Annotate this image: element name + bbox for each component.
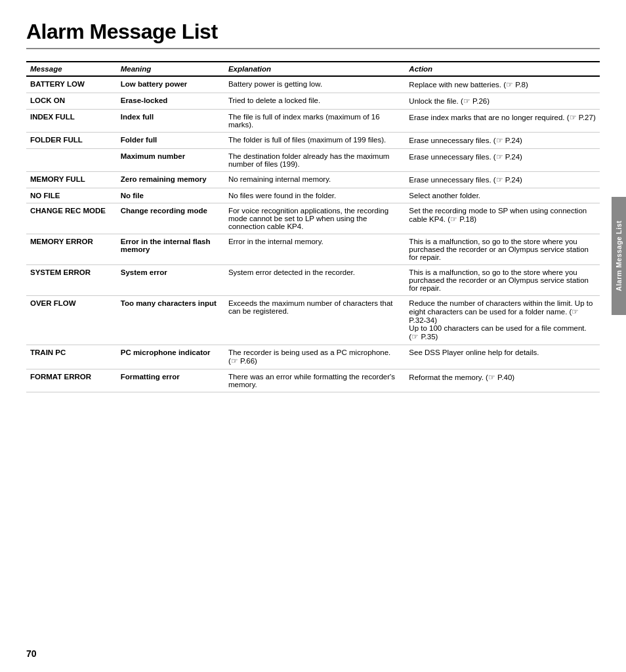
table-row: Maximum numberThe destination folder alr… (26, 149, 600, 172)
cell-message: INDEX FULL (26, 110, 117, 133)
cell-action: Select another folder. (405, 188, 600, 203)
cell-action: Set the recording mode to SP when using … (405, 203, 600, 234)
cell-explanation: The file is full of index marks (maximum… (224, 110, 405, 133)
alarm-message-table: Message Meaning Explanation Action BATTE… (26, 61, 600, 392)
cell-meaning: Low battery power (117, 76, 224, 93)
cell-meaning: PC microphone indicator (117, 345, 224, 369)
cell-explanation: For voice recognition applications, the … (224, 203, 405, 234)
cell-explanation: Battery power is getting low. (224, 76, 405, 93)
cell-meaning: Zero remaining memory (117, 172, 224, 188)
cell-message: NO FILE (26, 188, 117, 203)
cell-message: FORMAT ERROR (26, 369, 117, 392)
cell-explanation: No files were found in the folder. (224, 188, 405, 203)
cell-explanation: Exceeds the maximum number of characters… (224, 296, 405, 345)
cell-meaning: Error in the internal flash memory (117, 234, 224, 265)
cell-meaning: Index full (117, 110, 224, 133)
cell-message: MEMORY FULL (26, 172, 117, 188)
cell-explanation: There was an error while formatting the … (224, 369, 405, 392)
header-explanation: Explanation (224, 62, 405, 76)
cell-action: This is a malfunction, so go to the stor… (405, 265, 600, 296)
table-row: LOCK ONErase-lockedTried to delete a loc… (26, 93, 600, 110)
cell-message: MEMORY ERROR (26, 234, 117, 265)
cell-action: Erase unnecessary files. (☞ P.24) (405, 149, 600, 172)
cell-message: FOLDER FULL (26, 133, 117, 149)
table-row: NO FILENo fileNo files were found in the… (26, 188, 600, 203)
table-row: FORMAT ERRORFormatting errorThere was an… (26, 369, 600, 392)
table-row: FOLDER FULLFolder fullThe folder is full… (26, 133, 600, 149)
table-row: MEMORY ERRORError in the internal flash … (26, 234, 600, 265)
cell-meaning: No file (117, 188, 224, 203)
cell-action: Erase index marks that are no longer req… (405, 110, 600, 133)
cell-action: This is a malfunction, so go to the stor… (405, 234, 600, 265)
table-row: TRAIN PCPC microphone indicatorThe recor… (26, 345, 600, 369)
cell-explanation: Tried to delete a locked file. (224, 93, 405, 110)
cell-explanation: Error in the internal memory. (224, 234, 405, 265)
table-row: MEMORY FULLZero remaining memoryNo remai… (26, 172, 600, 188)
cell-message: TRAIN PC (26, 345, 117, 369)
cell-message: CHANGE REC MODE (26, 203, 117, 234)
cell-message: BATTERY LOW (26, 76, 117, 93)
table-row: OVER FLOWToo many characters inputExceed… (26, 296, 600, 345)
page-number: 70 (26, 648, 37, 659)
cell-action: See DSS Player online help for details. (405, 345, 600, 369)
cell-meaning: Erase-locked (117, 93, 224, 110)
cell-explanation: The recorder is being used as a PC micro… (224, 345, 405, 369)
sidebar-label-text: Alarm Message List (615, 220, 623, 291)
cell-action: Unlock the file. (☞ P.26) (405, 93, 600, 110)
table-row: SYSTEM ERRORSystem errorSystem error det… (26, 265, 600, 296)
cell-action: Reformat the memory. (☞ P.40) (405, 369, 600, 392)
table-row: BATTERY LOWLow battery powerBattery powe… (26, 76, 600, 93)
page-title: Alarm Message List (26, 20, 600, 44)
cell-meaning: Change recording mode (117, 203, 224, 234)
cell-meaning: Folder full (117, 133, 224, 149)
table-row: INDEX FULLIndex fullThe file is full of … (26, 110, 600, 133)
cell-message (26, 149, 117, 172)
cell-explanation: The destination folder already has the m… (224, 149, 405, 172)
cell-meaning: Maximum number (117, 149, 224, 172)
cell-meaning: Too many characters input (117, 296, 224, 345)
cell-action: Replace with new batteries. (☞ P.8) (405, 76, 600, 93)
cell-explanation: No remaining internal memory. (224, 172, 405, 188)
cell-action: Erase unnecessary files. (☞ P.24) (405, 133, 600, 149)
header-meaning: Meaning (117, 62, 224, 76)
cell-action: Reduce the number of characters within t… (405, 296, 600, 345)
cell-explanation: System error detected in the recorder. (224, 265, 405, 296)
cell-message: OVER FLOW (26, 296, 117, 345)
cell-meaning: Formatting error (117, 369, 224, 392)
sidebar-label-container: Alarm Message List (612, 197, 626, 315)
table-row: CHANGE REC MODEChange recording modeFor … (26, 203, 600, 234)
cell-meaning: System error (117, 265, 224, 296)
cell-message: SYSTEM ERROR (26, 265, 117, 296)
cell-action: Erase unnecessary files. (☞ P.24) (405, 172, 600, 188)
cell-explanation: The folder is full of files (maximum of … (224, 133, 405, 149)
header-message: Message (26, 62, 117, 76)
header-action: Action (405, 62, 600, 76)
cell-message: LOCK ON (26, 93, 117, 110)
